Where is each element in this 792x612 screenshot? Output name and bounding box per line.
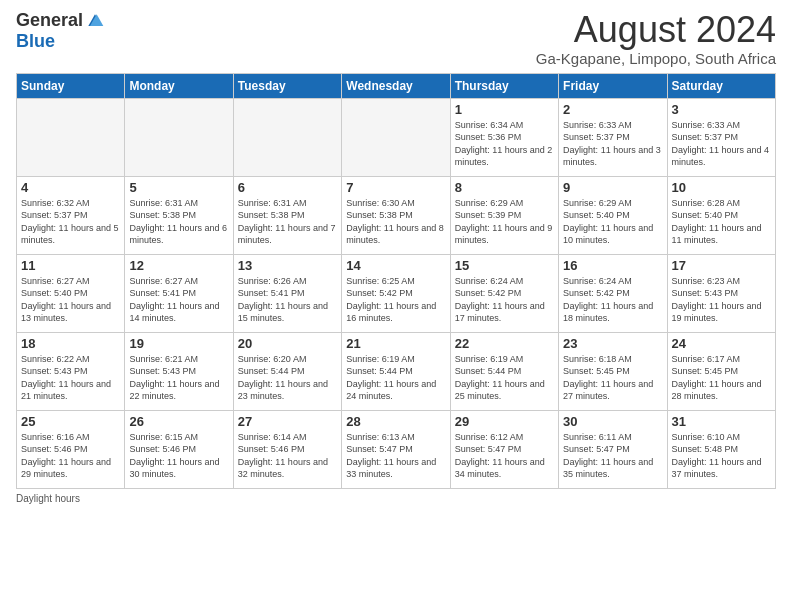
- day-info: Sunrise: 6:31 AM Sunset: 5:38 PM Dayligh…: [129, 197, 228, 247]
- subtitle: Ga-Kgapane, Limpopo, South Africa: [536, 50, 776, 67]
- day-info: Sunrise: 6:11 AM Sunset: 5:47 PM Dayligh…: [563, 431, 662, 481]
- day-info: Sunrise: 6:24 AM Sunset: 5:42 PM Dayligh…: [455, 275, 554, 325]
- title-section: August 2024 Ga-Kgapane, Limpopo, South A…: [536, 10, 776, 67]
- day-info: Sunrise: 6:29 AM Sunset: 5:40 PM Dayligh…: [563, 197, 662, 247]
- day-info: Sunrise: 6:32 AM Sunset: 5:37 PM Dayligh…: [21, 197, 120, 247]
- day-header-monday: Monday: [125, 73, 233, 98]
- day-info: Sunrise: 6:28 AM Sunset: 5:40 PM Dayligh…: [672, 197, 771, 247]
- day-cell: 15Sunrise: 6:24 AM Sunset: 5:42 PM Dayli…: [450, 254, 558, 332]
- day-number: 3: [672, 102, 771, 117]
- logo-blue: Blue: [16, 31, 55, 52]
- day-cell: 4Sunrise: 6:32 AM Sunset: 5:37 PM Daylig…: [17, 176, 125, 254]
- day-cell: 13Sunrise: 6:26 AM Sunset: 5:41 PM Dayli…: [233, 254, 341, 332]
- day-number: 17: [672, 258, 771, 273]
- day-cell: 17Sunrise: 6:23 AM Sunset: 5:43 PM Dayli…: [667, 254, 775, 332]
- day-info: Sunrise: 6:26 AM Sunset: 5:41 PM Dayligh…: [238, 275, 337, 325]
- day-cell: 24Sunrise: 6:17 AM Sunset: 5:45 PM Dayli…: [667, 332, 775, 410]
- day-header-friday: Friday: [559, 73, 667, 98]
- day-cell: 11Sunrise: 6:27 AM Sunset: 5:40 PM Dayli…: [17, 254, 125, 332]
- day-header-wednesday: Wednesday: [342, 73, 450, 98]
- day-info: Sunrise: 6:23 AM Sunset: 5:43 PM Dayligh…: [672, 275, 771, 325]
- day-cell: [342, 98, 450, 176]
- logo: General Blue: [16, 10, 105, 52]
- day-info: Sunrise: 6:20 AM Sunset: 5:44 PM Dayligh…: [238, 353, 337, 403]
- day-info: Sunrise: 6:18 AM Sunset: 5:45 PM Dayligh…: [563, 353, 662, 403]
- day-number: 29: [455, 414, 554, 429]
- day-number: 6: [238, 180, 337, 195]
- day-cell: 29Sunrise: 6:12 AM Sunset: 5:47 PM Dayli…: [450, 410, 558, 488]
- day-number: 23: [563, 336, 662, 351]
- day-number: 5: [129, 180, 228, 195]
- day-cell: 19Sunrise: 6:21 AM Sunset: 5:43 PM Dayli…: [125, 332, 233, 410]
- day-number: 20: [238, 336, 337, 351]
- footer: Daylight hours: [16, 493, 776, 504]
- day-cell: 8Sunrise: 6:29 AM Sunset: 5:39 PM Daylig…: [450, 176, 558, 254]
- day-number: 14: [346, 258, 445, 273]
- day-number: 10: [672, 180, 771, 195]
- day-number: 24: [672, 336, 771, 351]
- day-info: Sunrise: 6:29 AM Sunset: 5:39 PM Dayligh…: [455, 197, 554, 247]
- day-info: Sunrise: 6:31 AM Sunset: 5:38 PM Dayligh…: [238, 197, 337, 247]
- day-info: Sunrise: 6:27 AM Sunset: 5:41 PM Dayligh…: [129, 275, 228, 325]
- day-number: 19: [129, 336, 228, 351]
- day-info: Sunrise: 6:33 AM Sunset: 5:37 PM Dayligh…: [563, 119, 662, 169]
- day-header-thursday: Thursday: [450, 73, 558, 98]
- day-header-tuesday: Tuesday: [233, 73, 341, 98]
- day-cell: 23Sunrise: 6:18 AM Sunset: 5:45 PM Dayli…: [559, 332, 667, 410]
- day-cell: 14Sunrise: 6:25 AM Sunset: 5:42 PM Dayli…: [342, 254, 450, 332]
- day-header-saturday: Saturday: [667, 73, 775, 98]
- header: General Blue August 2024 Ga-Kgapane, Lim…: [16, 10, 776, 67]
- month-title: August 2024: [536, 10, 776, 50]
- day-cell: 30Sunrise: 6:11 AM Sunset: 5:47 PM Dayli…: [559, 410, 667, 488]
- day-number: 26: [129, 414, 228, 429]
- day-info: Sunrise: 6:16 AM Sunset: 5:46 PM Dayligh…: [21, 431, 120, 481]
- day-cell: 2Sunrise: 6:33 AM Sunset: 5:37 PM Daylig…: [559, 98, 667, 176]
- header-row: SundayMondayTuesdayWednesdayThursdayFrid…: [17, 73, 776, 98]
- day-info: Sunrise: 6:33 AM Sunset: 5:37 PM Dayligh…: [672, 119, 771, 169]
- day-cell: [125, 98, 233, 176]
- day-number: 15: [455, 258, 554, 273]
- page: General Blue August 2024 Ga-Kgapane, Lim…: [0, 0, 792, 510]
- day-cell: 10Sunrise: 6:28 AM Sunset: 5:40 PM Dayli…: [667, 176, 775, 254]
- day-info: Sunrise: 6:14 AM Sunset: 5:46 PM Dayligh…: [238, 431, 337, 481]
- calendar-table: SundayMondayTuesdayWednesdayThursdayFrid…: [16, 73, 776, 489]
- day-cell: 18Sunrise: 6:22 AM Sunset: 5:43 PM Dayli…: [17, 332, 125, 410]
- day-number: 1: [455, 102, 554, 117]
- day-cell: 3Sunrise: 6:33 AM Sunset: 5:37 PM Daylig…: [667, 98, 775, 176]
- day-cell: 25Sunrise: 6:16 AM Sunset: 5:46 PM Dayli…: [17, 410, 125, 488]
- day-number: 11: [21, 258, 120, 273]
- day-cell: 31Sunrise: 6:10 AM Sunset: 5:48 PM Dayli…: [667, 410, 775, 488]
- day-info: Sunrise: 6:13 AM Sunset: 5:47 PM Dayligh…: [346, 431, 445, 481]
- day-info: Sunrise: 6:34 AM Sunset: 5:36 PM Dayligh…: [455, 119, 554, 169]
- day-number: 7: [346, 180, 445, 195]
- day-number: 4: [21, 180, 120, 195]
- day-number: 9: [563, 180, 662, 195]
- day-info: Sunrise: 6:19 AM Sunset: 5:44 PM Dayligh…: [346, 353, 445, 403]
- day-number: 8: [455, 180, 554, 195]
- day-cell: [17, 98, 125, 176]
- day-number: 2: [563, 102, 662, 117]
- day-cell: 7Sunrise: 6:30 AM Sunset: 5:38 PM Daylig…: [342, 176, 450, 254]
- day-cell: 12Sunrise: 6:27 AM Sunset: 5:41 PM Dayli…: [125, 254, 233, 332]
- day-info: Sunrise: 6:25 AM Sunset: 5:42 PM Dayligh…: [346, 275, 445, 325]
- day-info: Sunrise: 6:21 AM Sunset: 5:43 PM Dayligh…: [129, 353, 228, 403]
- day-cell: 1Sunrise: 6:34 AM Sunset: 5:36 PM Daylig…: [450, 98, 558, 176]
- day-number: 13: [238, 258, 337, 273]
- day-number: 27: [238, 414, 337, 429]
- day-info: Sunrise: 6:10 AM Sunset: 5:48 PM Dayligh…: [672, 431, 771, 481]
- day-cell: 27Sunrise: 6:14 AM Sunset: 5:46 PM Dayli…: [233, 410, 341, 488]
- day-number: 21: [346, 336, 445, 351]
- day-cell: 16Sunrise: 6:24 AM Sunset: 5:42 PM Dayli…: [559, 254, 667, 332]
- week-row-4: 18Sunrise: 6:22 AM Sunset: 5:43 PM Dayli…: [17, 332, 776, 410]
- day-cell: 21Sunrise: 6:19 AM Sunset: 5:44 PM Dayli…: [342, 332, 450, 410]
- day-info: Sunrise: 6:24 AM Sunset: 5:42 PM Dayligh…: [563, 275, 662, 325]
- logo-general: General: [16, 10, 83, 31]
- day-info: Sunrise: 6:27 AM Sunset: 5:40 PM Dayligh…: [21, 275, 120, 325]
- day-cell: 20Sunrise: 6:20 AM Sunset: 5:44 PM Dayli…: [233, 332, 341, 410]
- day-cell: 9Sunrise: 6:29 AM Sunset: 5:40 PM Daylig…: [559, 176, 667, 254]
- day-number: 30: [563, 414, 662, 429]
- day-info: Sunrise: 6:22 AM Sunset: 5:43 PM Dayligh…: [21, 353, 120, 403]
- day-header-sunday: Sunday: [17, 73, 125, 98]
- week-row-3: 11Sunrise: 6:27 AM Sunset: 5:40 PM Dayli…: [17, 254, 776, 332]
- day-cell: [233, 98, 341, 176]
